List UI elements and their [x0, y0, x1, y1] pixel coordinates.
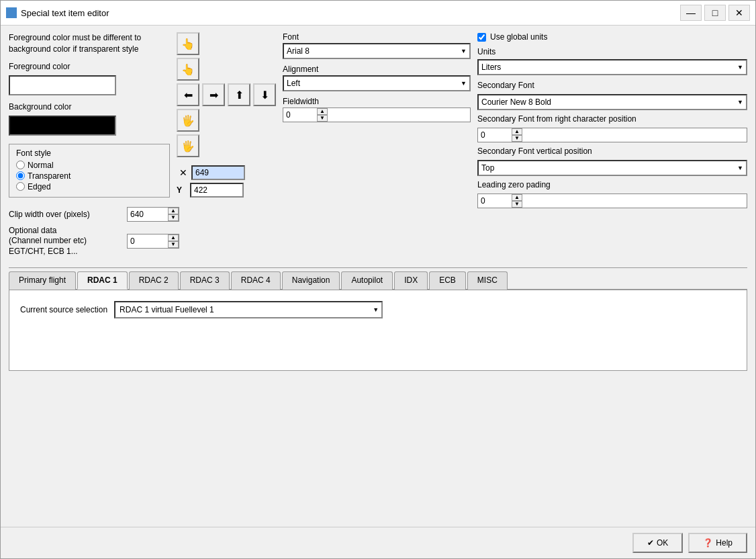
- optional-data-down[interactable]: ▼: [168, 241, 179, 248]
- alignment-field-row: Alignment Left Center Right: [283, 64, 471, 91]
- leading-zero-padding-spinbtns: ▲ ▼: [512, 194, 522, 208]
- fieldwidth-input[interactable]: [283, 109, 317, 121]
- font-label: Font: [283, 32, 471, 42]
- radio-transparent-input[interactable]: [16, 171, 25, 180]
- right-panel: Use global units Units Liters Gallons Po…: [477, 32, 747, 208]
- maximize-button[interactable]: □: [704, 5, 726, 21]
- tab-idx[interactable]: IDX: [394, 271, 428, 290]
- align-left-button[interactable]: ⬅: [177, 83, 199, 106]
- use-global-units-label: Use global units: [490, 32, 547, 42]
- fieldwidth-field-row: Fieldwidth ▲ ▼: [283, 97, 471, 122]
- tab-primary-flight[interactable]: Primary flight: [9, 271, 76, 290]
- y-input[interactable]: [190, 183, 244, 198]
- leading-zero-padding-spinbox: ▲ ▼: [477, 194, 747, 208]
- secondary-font-vertical-select[interactable]: Top Center Bottom: [477, 160, 747, 176]
- secondary-font-from-right-up[interactable]: ▲: [512, 128, 522, 135]
- align-up-button[interactable]: ⬆: [228, 83, 250, 106]
- alignment-label: Alignment: [283, 64, 471, 74]
- close-button[interactable]: ✕: [728, 5, 750, 21]
- optional-data-label: Optional data(Channel number etc)EGT/CHT…: [9, 226, 123, 257]
- main-window: Special text item editor — □ ✕ Foregroun…: [0, 0, 756, 559]
- alignment-dropdown-wrapper: Left Center Right: [283, 75, 471, 91]
- tool1-button[interactable]: 🖐: [177, 109, 199, 132]
- font-style-title: Font style: [16, 148, 162, 158]
- tab-rdac4[interactable]: RDAC 4: [231, 271, 281, 290]
- tabs-section: Primary flight RDAC 1 RDAC 2 RDAC 3 RDAC…: [9, 267, 747, 371]
- leading-zero-padding-down[interactable]: ▼: [512, 201, 522, 208]
- tab-content: Current source selection RDAC 1 virtual …: [9, 290, 747, 371]
- pointer2-button[interactable]: 👆: [177, 58, 199, 81]
- background-color-swatch[interactable]: [9, 116, 116, 136]
- secondary-font-from-right-down[interactable]: ▼: [512, 135, 522, 142]
- font-field-row: Font Arial 8 Arial 10 Arial 12 Courier N…: [283, 32, 471, 59]
- secondary-font-from-right-spinbtns: ▲ ▼: [512, 128, 522, 142]
- icon-row-2: 👆: [177, 58, 276, 81]
- units-select[interactable]: Liters Gallons Pounds Kilograms: [477, 59, 747, 75]
- secondary-font-select[interactable]: Courier New 8 Bold Arial 8 Arial 10 Cour…: [477, 94, 747, 110]
- pointer1-button[interactable]: 👆: [177, 32, 199, 55]
- tab-ecb[interactable]: ECB: [429, 271, 466, 290]
- fieldwidth-down[interactable]: ▼: [317, 115, 328, 122]
- xy-section: ✕ Y: [177, 165, 245, 198]
- align-right-button[interactable]: ➡: [202, 83, 225, 106]
- current-source-dropdown-wrapper: RDAC 1 virtual Fuellevel 1 RDAC 1 virtua…: [114, 301, 383, 318]
- tab-rdac3[interactable]: RDAC 3: [180, 271, 230, 290]
- leading-zero-padding-up[interactable]: ▲: [512, 194, 522, 201]
- x-close-icon[interactable]: ✕: [179, 167, 187, 178]
- clip-width-up[interactable]: ▲: [168, 208, 179, 214]
- icon-toolbar: 👆 👆 ⬅ ➡ ⬆ ⬇ 🖐 🖐: [177, 32, 276, 157]
- icon-row-3: ⬅ ➡ ⬆ ⬇: [177, 83, 276, 106]
- clip-section: Clip width over (pixels) ▲ ▼ Optional da…: [9, 207, 170, 257]
- radio-edged-input[interactable]: [16, 182, 25, 191]
- foreground-color-label: Foreground color: [9, 62, 170, 71]
- optional-data-up[interactable]: ▲: [168, 234, 179, 241]
- center-panel: Font Arial 8 Arial 10 Arial 12 Courier N…: [283, 32, 471, 122]
- current-source-select[interactable]: RDAC 1 virtual Fuellevel 1 RDAC 1 virtua…: [114, 301, 383, 318]
- clip-width-spinbox: ▲ ▼: [127, 207, 179, 222]
- tab-autopilot[interactable]: Autopilot: [341, 271, 393, 290]
- font-style-group: Font style Normal Transparent Edged: [9, 144, 170, 198]
- tab-rdac1[interactable]: RDAC 1: [77, 271, 128, 290]
- tab-navigation[interactable]: Navigation: [282, 271, 340, 290]
- help-icon: ❓: [703, 538, 713, 548]
- align-down-button[interactable]: ⬇: [253, 83, 276, 106]
- minimize-button[interactable]: —: [680, 5, 702, 21]
- current-source-label: Current source selection: [20, 305, 107, 314]
- clip-width-row: Clip width over (pixels) ▲ ▼: [9, 207, 170, 222]
- clip-width-down[interactable]: ▼: [168, 214, 179, 221]
- ok-checkmark-icon: ✔: [647, 538, 654, 548]
- icon-row-4: 🖐: [177, 109, 276, 132]
- y-label: Y: [177, 185, 186, 195]
- foreground-color-swatch[interactable]: [9, 75, 116, 95]
- help-button[interactable]: ❓ Help: [688, 533, 747, 553]
- tool2-button[interactable]: 🖐: [177, 134, 199, 157]
- optional-data-spinbox: ▲ ▼: [127, 234, 179, 249]
- x-row: ✕: [177, 165, 245, 180]
- clip-width-label: Clip width over (pixels): [9, 210, 123, 219]
- title-bar-controls: — □ ✕: [680, 5, 750, 21]
- use-global-units-checkbox[interactable]: [477, 33, 486, 42]
- tab-rdac2[interactable]: RDAC 2: [129, 271, 179, 290]
- font-select[interactable]: Arial 8 Arial 10 Arial 12 Courier New 8: [283, 43, 471, 59]
- clip-width-input[interactable]: [128, 208, 168, 220]
- tab-misc[interactable]: MISC: [467, 271, 508, 290]
- app-icon: [6, 7, 17, 18]
- optional-data-input[interactable]: [128, 235, 168, 247]
- secondary-font-from-right-input[interactable]: [478, 129, 512, 141]
- radio-edged-label: Edged: [28, 182, 51, 191]
- secondary-font-from-right-spinbox: ▲ ▼: [477, 128, 747, 142]
- fieldwidth-up[interactable]: ▲: [317, 108, 328, 115]
- units-section: Units Liters Gallons Pounds Kilograms: [477, 47, 747, 75]
- leading-zero-padding-input[interactable]: [478, 195, 512, 207]
- radio-normal[interactable]: Normal: [16, 161, 162, 170]
- clip-width-spinbtns: ▲ ▼: [168, 208, 179, 221]
- units-label: Units: [477, 47, 747, 56]
- radio-edged[interactable]: Edged: [16, 182, 162, 191]
- x-input[interactable]: [191, 165, 245, 180]
- radio-transparent[interactable]: Transparent: [16, 171, 162, 181]
- alignment-select[interactable]: Left Center Right: [283, 75, 471, 91]
- radio-normal-input[interactable]: [16, 161, 25, 169]
- main-content: Foreground color must be different to ba…: [1, 26, 755, 527]
- title-bar-left: Special text item editor: [6, 7, 109, 18]
- ok-button[interactable]: ✔ OK: [632, 533, 683, 553]
